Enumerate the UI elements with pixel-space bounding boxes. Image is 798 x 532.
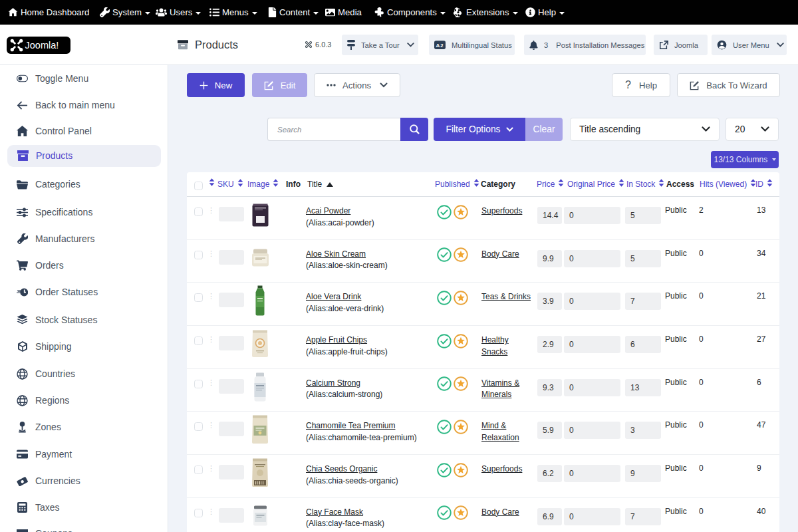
- svg-text:A: A: [436, 43, 440, 49]
- svg-text:Joomla!: Joomla!: [25, 40, 59, 51]
- svg-text:2: 2: [440, 43, 443, 49]
